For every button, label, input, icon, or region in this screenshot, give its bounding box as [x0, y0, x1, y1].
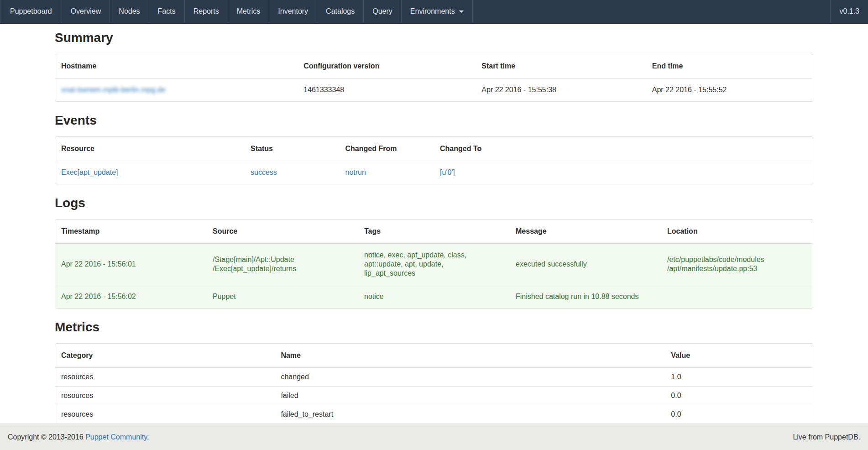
log-timestamp: Apr 22 2016 - 15:56:02	[55, 285, 207, 309]
metric-value: 1.0	[665, 368, 813, 387]
event-changed-from-link[interactable]: notrun	[345, 168, 366, 176]
logs-section: Logs Timestamp Source Tags Message Locat…	[55, 195, 813, 309]
end-time-value: Apr 22 2016 - 15:55:52	[646, 78, 813, 102]
summary-col-start-time: Start time	[476, 54, 646, 78]
chevron-down-icon	[459, 10, 464, 13]
logs-header-row: Timestamp Source Tags Message Location	[55, 220, 813, 244]
events-heading: Events	[55, 113, 813, 128]
events-table: Resource Status Changed From Changed To …	[55, 136, 813, 184]
nav-item-catalogs[interactable]: Catalogs	[317, 0, 364, 23]
events-col-changed-from: Changed From	[340, 137, 434, 161]
nav-item-reports[interactable]: Reports	[185, 0, 228, 23]
summary-col-config-version: Configuration version	[298, 54, 476, 78]
start-time-value: Apr 22 2016 - 15:55:38	[476, 78, 646, 102]
nav-item-query[interactable]: Query	[364, 0, 402, 23]
log-tags: notice	[358, 285, 510, 309]
log-row: Apr 22 2016 - 15:56:01 /Stage[main]/Apt:…	[55, 244, 813, 285]
metric-category: resources	[55, 387, 275, 405]
metric-row: resources changed 1.0	[55, 368, 813, 387]
main-content: Summary Hostname Configuration version S…	[0, 30, 868, 450]
logs-col-tags: Tags	[358, 220, 510, 244]
event-changed-to-link[interactable]: [u'0']	[440, 168, 455, 176]
hostname-link-redacted[interactable]: xnat-tserwm.mpib-berlin.mpg.de	[61, 86, 166, 94]
log-timestamp: Apr 22 2016 - 15:56:01	[55, 244, 207, 285]
metric-category: resources	[55, 405, 275, 424]
puppet-community-link[interactable]: Puppet Community	[85, 433, 147, 441]
log-source: /Stage[main]/Apt::Update /Exec[apt_updat…	[207, 244, 358, 285]
metric-row: resources failed_to_restart 0.0	[55, 405, 813, 424]
event-resource-link[interactable]: Exec[apt_update]	[61, 168, 118, 176]
events-header-row: Resource Status Changed From Changed To	[55, 137, 813, 161]
navbar-spacer	[473, 0, 831, 23]
summary-section: Summary Hostname Configuration version S…	[55, 30, 813, 102]
log-message: Finished catalog run in 10.88 seconds	[510, 285, 661, 309]
metrics-col-category: Category	[55, 344, 275, 368]
events-col-resource: Resource	[55, 137, 245, 161]
logs-table: Timestamp Source Tags Message Location A…	[55, 219, 813, 309]
metric-row: resources failed 0.0	[55, 387, 813, 405]
events-col-changed-to: Changed To	[434, 137, 813, 161]
event-status-link[interactable]: success	[251, 168, 277, 176]
summary-col-hostname: Hostname	[55, 54, 298, 78]
log-location	[661, 285, 813, 309]
metric-value: 0.0	[665, 387, 813, 405]
metrics-heading: Metrics	[55, 319, 813, 335]
log-tags: notice, exec, apt_update, class, apt::up…	[358, 244, 510, 285]
metric-name: failed_to_restart	[275, 405, 665, 424]
logs-col-location: Location	[661, 220, 813, 244]
copyright-period: .	[147, 433, 149, 441]
navbar-brand-puppetboard[interactable]: Puppetboard	[0, 0, 62, 23]
nav-item-facts[interactable]: Facts	[149, 0, 185, 23]
nav-item-inventory[interactable]: Inventory	[269, 0, 317, 23]
copyright-text: Copyright © 2013-2016	[8, 433, 85, 441]
metric-value: 0.0	[665, 405, 813, 424]
summary-row: xnat-tserwm.mpib-berlin.mpg.de 146133334…	[55, 78, 813, 102]
footer-puppetdb-status: Live from PuppetDB.	[793, 433, 860, 441]
logs-heading: Logs	[55, 195, 813, 211]
metric-name: failed	[275, 387, 665, 405]
summary-heading: Summary	[55, 30, 813, 46]
top-navbar: Puppetboard Overview Nodes Facts Reports…	[0, 0, 868, 24]
events-col-status: Status	[245, 137, 340, 161]
log-location: /etc/puppetlabs/code/modules /apt/manife…	[661, 244, 813, 285]
log-source: Puppet	[207, 285, 358, 309]
metrics-header-row: Category Name Value	[55, 344, 813, 368]
metric-category: resources	[55, 368, 275, 387]
nav-item-metrics[interactable]: Metrics	[228, 0, 270, 23]
summary-col-end-time: End time	[646, 54, 813, 78]
events-row: Exec[apt_update] success notrun [u'0']	[55, 161, 813, 184]
summary-table: Hostname Configuration version Start tim…	[55, 54, 813, 102]
nav-dropdown-environments[interactable]: Environments	[402, 0, 473, 23]
configuration-version-value: 1461333348	[298, 78, 476, 102]
nav-item-nodes[interactable]: Nodes	[110, 0, 149, 23]
environments-dropdown-label: Environments	[410, 7, 455, 16]
footer-copyright: Copyright © 2013-2016 Puppet Community.	[8, 433, 149, 441]
logs-col-message: Message	[510, 220, 661, 244]
log-message: executed successfully	[510, 244, 661, 285]
log-row: Apr 22 2016 - 15:56:02 Puppet notice Fin…	[55, 285, 813, 309]
version-badge: v0.1.3	[830, 0, 868, 23]
metrics-col-name: Name	[275, 344, 665, 368]
logs-col-timestamp: Timestamp	[55, 220, 207, 244]
metrics-col-value: Value	[665, 344, 813, 368]
metric-name: changed	[275, 368, 665, 387]
nav-item-overview[interactable]: Overview	[62, 0, 110, 23]
summary-header-row: Hostname Configuration version Start tim…	[55, 54, 813, 78]
events-section: Events Resource Status Changed From Chan…	[55, 113, 813, 184]
logs-col-source: Source	[207, 220, 358, 244]
page-footer: Copyright © 2013-2016 Puppet Community. …	[0, 424, 868, 450]
